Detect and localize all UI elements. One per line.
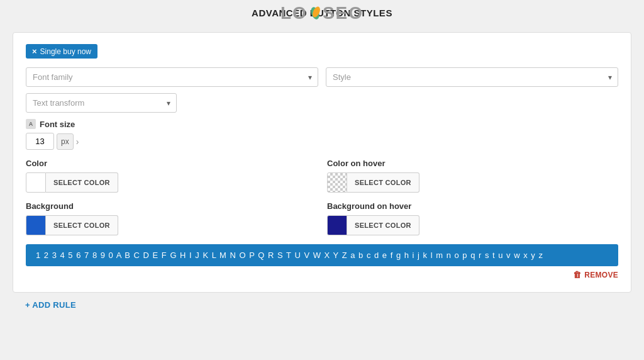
logo-lo: LO — [280, 3, 308, 23]
logo-leaf-icon — [308, 6, 322, 20]
add-rule-row: + ADD RULE — [13, 293, 631, 317]
background-on-hover-swatch — [327, 215, 347, 235]
font-size-label-text: Font size — [40, 120, 75, 129]
color-row: Color SELECT COLOR Color on hover SELECT… — [26, 159, 618, 193]
font-size-chevron-icon[interactable]: › — [76, 137, 79, 147]
remove-label: REMOVE — [584, 271, 618, 279]
remove-button[interactable]: 🗑 REMOVE — [573, 270, 618, 279]
color-swatch — [26, 172, 46, 193]
preview-bar: 1 2 3 4 5 6 7 8 9 0 A B C D E F G H I J … — [26, 244, 618, 266]
logo-seo: SEO — [323, 3, 364, 23]
font-size-section: A Font size px › — [26, 119, 618, 150]
color-section: Color SELECT COLOR — [26, 159, 317, 193]
tag-single-buy-now[interactable]: × Single buy now — [26, 44, 97, 59]
background-on-hover-label: Background on hover — [327, 201, 618, 211]
font-style-row: Font family Arial Helvetica Times New Ro… — [26, 67, 618, 87]
tag-label: Single buy now — [40, 47, 91, 56]
trash-icon: 🗑 — [573, 270, 581, 279]
tag-row: × Single buy now — [26, 44, 618, 59]
text-transform-wrapper: Text transform None Uppercase Lowercase … — [26, 93, 177, 113]
font-size-label-row: A Font size — [26, 119, 618, 129]
background-on-hover-select-btn[interactable]: SELECT COLOR — [347, 215, 419, 235]
color-on-hover-label: Color on hover — [327, 159, 618, 168]
background-label: Background — [26, 201, 317, 211]
color-label: Color — [26, 159, 317, 168]
color-on-hover-btn-row: SELECT COLOR — [327, 172, 618, 193]
add-rule-button[interactable]: + ADD RULE — [25, 300, 76, 310]
px-label: px — [57, 133, 74, 150]
text-transform-select[interactable]: Text transform None Uppercase Lowercase … — [26, 93, 177, 113]
tag-close-icon[interactable]: × — [32, 47, 37, 56]
color-on-hover-swatch — [327, 172, 347, 193]
background-section: Background SELECT COLOR — [26, 201, 317, 235]
font-family-wrapper: Font family Arial Helvetica Times New Ro… — [26, 67, 318, 87]
background-row: Background SELECT COLOR Background on ho… — [26, 201, 618, 235]
color-select-btn[interactable]: SELECT COLOR — [46, 172, 118, 193]
text-transform-row: Text transform None Uppercase Lowercase … — [26, 93, 618, 113]
background-btn-row: SELECT COLOR — [26, 215, 317, 235]
add-rule-label: + ADD RULE — [25, 300, 76, 310]
color-on-hover-select-btn[interactable]: SELECT COLOR — [347, 172, 419, 193]
background-swatch — [26, 215, 46, 235]
background-on-hover-section: Background on hover SELECT COLOR — [327, 201, 618, 235]
color-on-hover-section: Color on hover SELECT COLOR — [327, 159, 618, 193]
font-family-select[interactable]: Font family Arial Helvetica Times New Ro… — [26, 67, 318, 87]
background-select-btn[interactable]: SELECT COLOR — [46, 215, 118, 235]
color-btn-row: SELECT COLOR — [26, 172, 317, 193]
bottom-row: 🗑 REMOVE — [26, 270, 618, 279]
style-wrapper: Style Normal Bold Italic ▾ — [326, 67, 618, 87]
font-size-input[interactable] — [26, 133, 54, 150]
font-size-input-row: px › — [26, 133, 618, 150]
logo: LO SEO — [280, 3, 364, 23]
font-size-icon: A — [26, 119, 36, 129]
card: × Single buy now Font family Arial Helve… — [13, 32, 631, 293]
style-select[interactable]: Style Normal Bold Italic — [326, 67, 618, 87]
background-on-hover-btn-row: SELECT COLOR — [327, 215, 618, 235]
